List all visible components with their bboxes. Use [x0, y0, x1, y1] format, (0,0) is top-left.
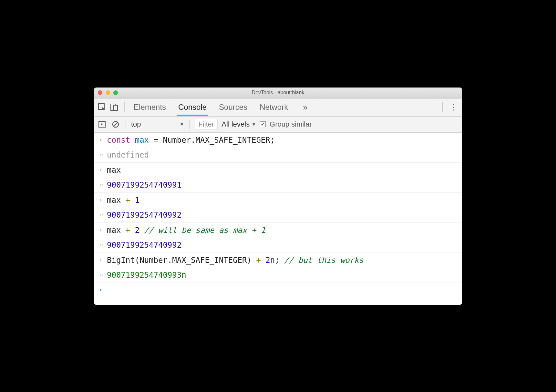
- input-chevron-icon: ›: [96, 225, 105, 234]
- main-toolbar: Elements Console Sources Network » ⋮: [94, 98, 462, 117]
- console-input-row: ›max: [94, 163, 462, 178]
- devtools-window: DevTools - about:blank Elements Console …: [94, 88, 462, 305]
- zoom-icon[interactable]: [113, 90, 118, 95]
- close-icon[interactable]: [98, 90, 102, 95]
- clear-console-icon[interactable]: [111, 119, 120, 129]
- divider: [442, 102, 443, 112]
- tab-network[interactable]: Network: [258, 99, 289, 116]
- input-chevron-icon: ›: [96, 165, 105, 174]
- console-input-row: ›max + 1: [94, 193, 462, 208]
- tabs-overflow-icon[interactable]: »: [303, 102, 307, 112]
- code-line: 9007199254740993n: [107, 270, 186, 280]
- console-input[interactable]: [107, 285, 111, 295]
- window-title: DevTools - about:blank: [252, 90, 304, 96]
- prompt-chevron-icon: ›: [96, 285, 105, 294]
- inspect-element-icon[interactable]: [97, 102, 107, 112]
- code-line: max + 1: [107, 195, 139, 205]
- levels-label: All levels: [221, 120, 250, 129]
- code-line: 9007199254740992: [107, 240, 181, 250]
- output-chevron-icon: ‹•: [96, 210, 105, 219]
- code-line: max: [107, 165, 121, 175]
- console-output-row: ‹•9007199254740992: [94, 208, 462, 223]
- output-chevron-icon: ‹•: [96, 150, 105, 159]
- console-output-row: ‹•9007199254740993n: [94, 268, 462, 283]
- svg-rect-2: [114, 105, 118, 110]
- console-output-row: ‹•9007199254740991: [94, 178, 462, 193]
- output-chevron-icon: ‹•: [96, 240, 105, 249]
- code-line: 9007199254740991: [107, 180, 181, 190]
- code-line: 9007199254740992: [107, 210, 181, 220]
- code-line: max + 2 // will be same as max + 1: [107, 225, 265, 235]
- output-chevron-icon: ‹•: [96, 270, 105, 279]
- input-chevron-icon: ›: [96, 195, 105, 204]
- console-toolbar: top ▼ Filter All levels ▼ ✔ Group simila…: [94, 117, 462, 133]
- chevron-down-icon: ▼: [252, 122, 256, 127]
- divider: [126, 120, 126, 129]
- window-controls: [98, 90, 118, 95]
- tab-elements[interactable]: Elements: [132, 99, 167, 116]
- input-chevron-icon: ›: [96, 135, 105, 144]
- console-output-row: ‹•undefined: [94, 148, 462, 163]
- console-output-row: ‹•9007199254740992: [94, 238, 462, 253]
- group-similar-label: Group similar: [270, 120, 312, 129]
- context-label: top: [131, 120, 141, 129]
- console-output[interactable]: ›const max = Number.MAX_SAFE_INTEGER;‹•u…: [94, 133, 462, 305]
- divider: [189, 120, 190, 129]
- code-line: undefined: [107, 150, 149, 160]
- tab-sources[interactable]: Sources: [218, 99, 249, 116]
- console-input-row: ›max + 2 // will be same as max + 1: [94, 223, 462, 238]
- chevron-down-icon: ▼: [180, 122, 184, 127]
- log-levels-selector[interactable]: All levels ▼: [221, 120, 256, 129]
- tab-console[interactable]: Console: [177, 99, 208, 116]
- filter-input[interactable]: Filter: [195, 119, 218, 130]
- settings-menu-icon[interactable]: ⋮: [448, 103, 459, 112]
- device-toolbar-icon[interactable]: [109, 102, 119, 112]
- console-prompt-row[interactable]: ›: [94, 283, 462, 298]
- code-line: const max = Number.MAX_SAFE_INTEGER;: [107, 135, 275, 145]
- input-chevron-icon: ›: [96, 255, 105, 264]
- output-chevron-icon: ‹•: [96, 180, 105, 189]
- console-input-row: ›BigInt(Number.MAX_SAFE_INTEGER) + 2n; /…: [94, 253, 462, 268]
- panel-tabs: Elements Console Sources Network »: [132, 99, 437, 116]
- toggle-sidebar-icon[interactable]: [97, 119, 107, 129]
- divider: [124, 102, 125, 112]
- context-selector[interactable]: top ▼: [131, 120, 184, 129]
- svg-line-5: [114, 122, 118, 126]
- console-input-row: ›const max = Number.MAX_SAFE_INTEGER;: [94, 133, 462, 148]
- code-line: BigInt(Number.MAX_SAFE_INTEGER) + 2n; //…: [107, 255, 364, 265]
- titlebar: DevTools - about:blank: [94, 88, 462, 98]
- minimize-icon[interactable]: [106, 90, 110, 95]
- group-similar-checkbox[interactable]: ✔: [260, 121, 266, 127]
